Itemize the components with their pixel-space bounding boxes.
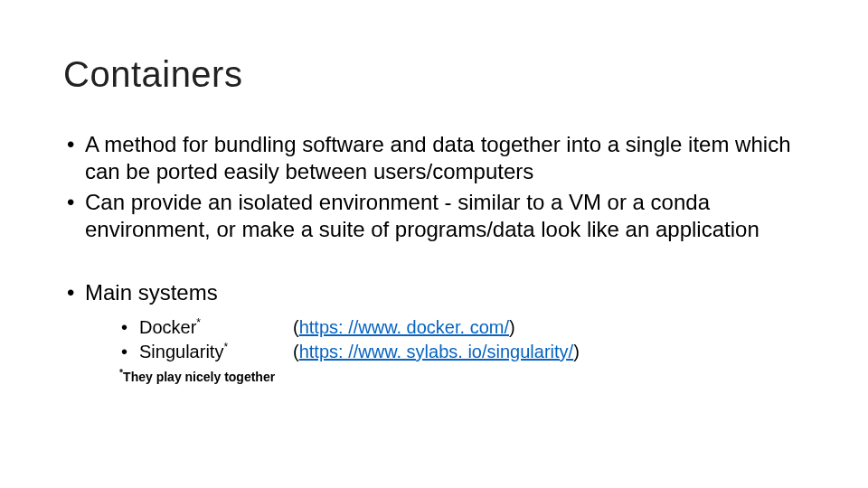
paren-close: ): [509, 317, 515, 337]
docker-link[interactable]: https: //www. docker. com/: [299, 317, 509, 337]
sub-list: Docker* (https: //www. docker. com/) Sin…: [63, 315, 805, 364]
asterisk-icon: *: [196, 316, 201, 329]
paren-open: (: [293, 342, 299, 361]
system-name: Singularity: [139, 342, 223, 361]
bullet-item: A method for bundling software and data …: [63, 131, 805, 185]
system-name: Docker: [139, 317, 196, 337]
footnote-text: They play nicely together: [123, 370, 275, 384]
slide: Containers A method for bundling softwar…: [0, 0, 868, 488]
bullet-list: A method for bundling software and data …: [63, 131, 805, 386]
sub-item-label: Singularity*: [119, 340, 293, 364]
bullet-item: Can provide an isolated environment - si…: [63, 189, 805, 243]
bullet-item: Main systems: [63, 279, 805, 306]
paren-open: (: [293, 317, 299, 337]
sub-item-label: Docker*: [119, 315, 293, 340]
singularity-link[interactable]: https: //www. sylabs. io/singularity/: [299, 342, 573, 361]
sub-item-singularity: Singularity* (https: //www. sylabs. io/s…: [119, 340, 805, 364]
link-wrapper: (https: //www. docker. com/): [293, 315, 515, 340]
link-wrapper: (https: //www. sylabs. io/singularity/): [293, 340, 580, 364]
asterisk-icon: *: [223, 341, 228, 353]
spacer: [63, 247, 805, 279]
footnote: *They play nicely together: [63, 370, 805, 386]
sub-item-docker: Docker* (https: //www. docker. com/): [119, 315, 805, 340]
paren-close: ): [573, 342, 580, 361]
slide-title: Containers: [63, 54, 805, 95]
